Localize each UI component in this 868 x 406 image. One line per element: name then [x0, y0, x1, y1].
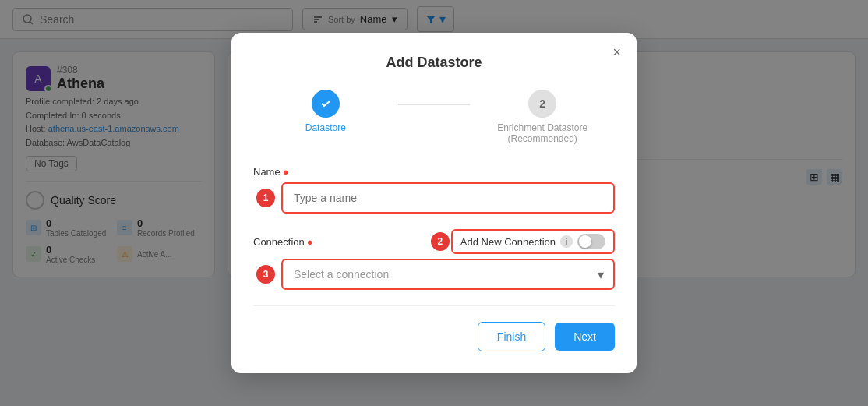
- stepper: Datastore 2 Enrichment Datastore (Recomm…: [253, 90, 615, 144]
- next-button[interactable]: Next: [555, 323, 615, 351]
- step2-label: Enrichment Datastore (Recommended): [497, 122, 587, 144]
- checkmark-icon: [319, 97, 332, 110]
- connection-label-row: Connection ● 2 Add New Connection i: [253, 229, 615, 254]
- select-container: Select a connection ▾: [281, 259, 615, 290]
- modal: × Add Datastore Datastore 2 Enrichment D…: [231, 33, 637, 373]
- step1-circle: [312, 90, 340, 118]
- modal-divider: [253, 305, 615, 306]
- info-icon: i: [560, 235, 573, 248]
- step-1: Datastore: [253, 90, 398, 133]
- select-wrapper: 3 Select a connection ▾: [281, 259, 615, 290]
- step-2: 2 Enrichment Datastore (Recommended): [470, 90, 615, 144]
- modal-close-button[interactable]: ×: [612, 45, 621, 59]
- connection-label: Connection ●: [253, 236, 313, 248]
- connection-form-group: Connection ● 2 Add New Connection i 3 Se…: [253, 229, 615, 290]
- step-connector: [398, 104, 471, 105]
- badge-2: 2: [431, 232, 450, 251]
- badge-3: 3: [256, 265, 275, 284]
- modal-overlay: × Add Datastore Datastore 2 Enrichment D…: [0, 0, 868, 406]
- badge-1: 1: [256, 189, 275, 207]
- modal-title: Add Datastore: [253, 55, 615, 71]
- connection-required: ●: [307, 236, 313, 248]
- name-required: ●: [283, 166, 289, 178]
- step1-label: Datastore: [305, 122, 346, 133]
- name-label: Name ●: [253, 166, 289, 178]
- add-connection-label: Add New Connection: [460, 236, 556, 248]
- name-input-wrapper: 1: [281, 182, 615, 214]
- add-connection-row: 2 Add New Connection i: [451, 229, 615, 254]
- name-input[interactable]: [281, 182, 615, 214]
- toggle-switch[interactable]: [577, 234, 605, 249]
- connection-select[interactable]: Select a connection: [281, 259, 615, 290]
- step2-circle: 2: [528, 90, 556, 118]
- name-label-row: Name ●: [253, 166, 615, 178]
- name-form-group: Name ● 1: [253, 166, 615, 214]
- modal-footer: Finish Next: [253, 322, 615, 351]
- finish-button[interactable]: Finish: [478, 322, 545, 351]
